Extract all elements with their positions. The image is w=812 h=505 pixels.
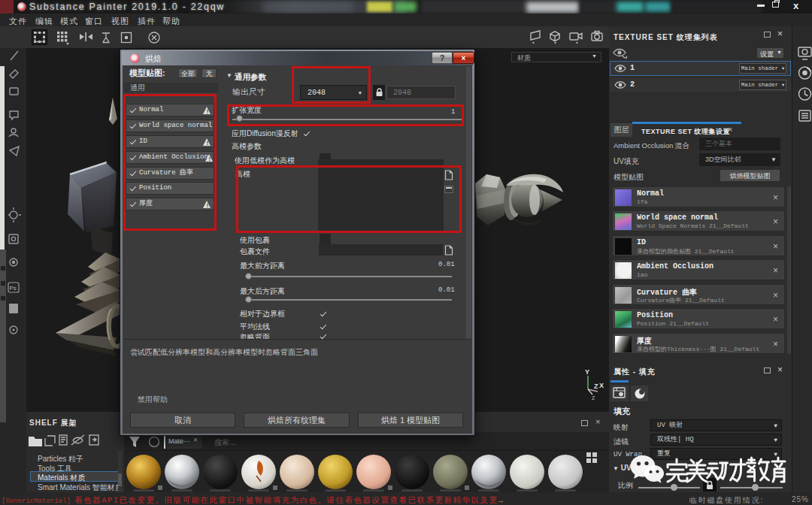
- svg-text:X: X: [599, 382, 604, 389]
- svg-text:Y: Y: [585, 368, 589, 376]
- svg-text:Ps: Ps: [10, 285, 17, 292]
- svg-text:Z: Z: [594, 383, 598, 390]
- svg-text:Z: Z: [592, 395, 595, 401]
